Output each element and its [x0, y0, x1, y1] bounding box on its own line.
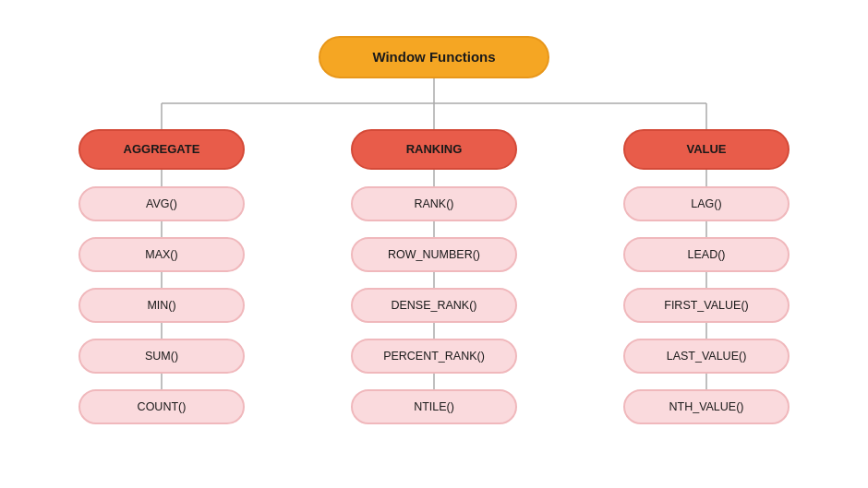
item-row-number: ROW_NUMBER() [351, 237, 517, 272]
item-first-value: FIRST_VALUE() [623, 288, 790, 323]
item-ntile: NTILE() [351, 389, 517, 424]
item-max: MAX() [78, 237, 245, 272]
item-nth-value: NTH_VALUE() [623, 389, 790, 424]
item-rank: RANK() [351, 186, 517, 221]
category-ranking: RANKING [351, 129, 517, 170]
item-avg: AVG() [78, 186, 245, 221]
category-value: VALUE [623, 129, 790, 170]
category-aggregate: AGGREGATE [78, 129, 245, 170]
item-count: COUNT() [78, 389, 245, 424]
item-sum: SUM() [78, 339, 245, 374]
item-min: MIN() [78, 288, 245, 323]
diagram-container: Window Functions AGGREGATE RANKING VALUE… [9, 9, 859, 480]
item-lead: LEAD() [623, 237, 790, 272]
root-node: Window Functions [319, 36, 549, 78]
item-last-value: LAST_VALUE() [623, 339, 790, 374]
item-percent-rank: PERCENT_RANK() [351, 339, 517, 374]
item-dense-rank: DENSE_RANK() [351, 288, 517, 323]
item-lag: LAG() [623, 186, 790, 221]
